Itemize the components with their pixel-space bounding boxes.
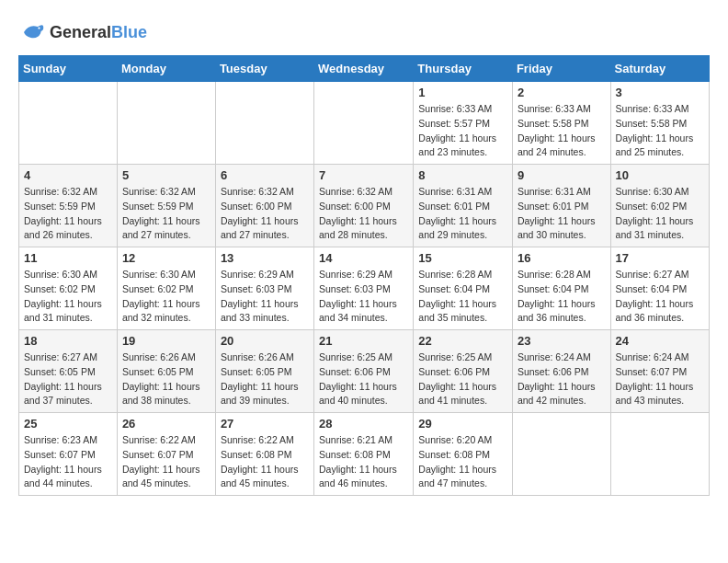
- day-number: 6: [221, 168, 309, 182]
- calendar-cell: 12Sunrise: 6:30 AMSunset: 6:02 PMDayligh…: [117, 247, 215, 330]
- day-info: Sunrise: 6:33 AMSunset: 5:58 PMDaylight:…: [616, 102, 704, 160]
- day-number: 13: [221, 251, 309, 265]
- day-number: 24: [616, 334, 704, 348]
- calendar-table: SundayMondayTuesdayWednesdayThursdayFrid…: [18, 55, 710, 496]
- calendar-week-row: 1Sunrise: 6:33 AMSunset: 5:57 PMDaylight…: [19, 82, 710, 165]
- day-number: 27: [221, 417, 309, 431]
- day-info: Sunrise: 6:23 AMSunset: 6:07 PMDaylight:…: [24, 433, 112, 491]
- calendar-cell: 27Sunrise: 6:22 AMSunset: 6:08 PMDayligh…: [215, 413, 313, 496]
- day-info: Sunrise: 6:26 AMSunset: 6:05 PMDaylight:…: [221, 350, 309, 408]
- day-number: 12: [122, 251, 210, 265]
- day-number: 3: [616, 86, 704, 99]
- day-info: Sunrise: 6:30 AMSunset: 6:02 PMDaylight:…: [24, 268, 112, 326]
- day-number: 4: [24, 168, 112, 182]
- day-info: Sunrise: 6:30 AMSunset: 6:02 PMDaylight:…: [616, 185, 704, 243]
- day-number: 8: [418, 168, 507, 182]
- calendar-cell: 1Sunrise: 6:33 AMSunset: 5:57 PMDaylight…: [414, 82, 513, 165]
- calendar-week-row: 4Sunrise: 6:32 AMSunset: 5:59 PMDaylight…: [19, 165, 710, 247]
- calendar-cell: [512, 413, 610, 496]
- calendar-cell: 19Sunrise: 6:26 AMSunset: 6:05 PMDayligh…: [117, 330, 215, 413]
- calendar-cell: 26Sunrise: 6:22 AMSunset: 6:07 PMDayligh…: [117, 413, 215, 496]
- day-number: 29: [418, 417, 507, 431]
- calendar-cell: 24Sunrise: 6:24 AMSunset: 6:07 PMDayligh…: [610, 330, 709, 413]
- calendar-cell: 21Sunrise: 6:25 AMSunset: 6:06 PMDayligh…: [314, 330, 414, 413]
- weekday-header: Friday: [512, 56, 610, 82]
- day-info: Sunrise: 6:28 AMSunset: 6:04 PMDaylight:…: [518, 268, 606, 326]
- day-info: Sunrise: 6:31 AMSunset: 6:01 PMDaylight:…: [518, 185, 606, 243]
- calendar-cell: 17Sunrise: 6:27 AMSunset: 6:04 PMDayligh…: [610, 247, 709, 330]
- calendar-cell: 15Sunrise: 6:28 AMSunset: 6:04 PMDayligh…: [414, 247, 513, 330]
- day-info: Sunrise: 6:24 AMSunset: 6:06 PMDaylight:…: [518, 350, 606, 408]
- weekday-header-row: SundayMondayTuesdayWednesdayThursdayFrid…: [19, 56, 710, 82]
- weekday-header: Monday: [117, 56, 215, 82]
- day-number: 7: [319, 168, 408, 182]
- calendar-cell: [19, 82, 118, 165]
- weekday-header: Sunday: [19, 56, 118, 82]
- day-info: Sunrise: 6:33 AMSunset: 5:58 PMDaylight:…: [518, 102, 606, 160]
- weekday-header: Wednesday: [314, 56, 414, 82]
- calendar-cell: 18Sunrise: 6:27 AMSunset: 6:05 PMDayligh…: [19, 330, 118, 413]
- calendar-cell: 5Sunrise: 6:32 AMSunset: 5:59 PMDaylight…: [117, 165, 215, 247]
- day-info: Sunrise: 6:28 AMSunset: 6:04 PMDaylight:…: [418, 268, 507, 326]
- day-number: 11: [24, 251, 112, 265]
- day-number: 16: [518, 251, 606, 265]
- logo: GeneralBlue: [18, 18, 147, 46]
- calendar-cell: [610, 413, 709, 496]
- calendar-cell: 4Sunrise: 6:32 AMSunset: 5:59 PMDaylight…: [19, 165, 118, 247]
- day-number: 28: [319, 417, 408, 431]
- calendar-cell: [117, 82, 215, 165]
- calendar-cell: 28Sunrise: 6:21 AMSunset: 6:08 PMDayligh…: [314, 413, 414, 496]
- day-info: Sunrise: 6:31 AMSunset: 6:01 PMDaylight:…: [418, 185, 507, 243]
- day-info: Sunrise: 6:32 AMSunset: 5:59 PMDaylight:…: [122, 185, 210, 243]
- svg-point-0: [38, 27, 40, 29]
- logo-icon: [18, 18, 46, 46]
- day-info: Sunrise: 6:24 AMSunset: 6:07 PMDaylight:…: [616, 350, 704, 408]
- calendar-cell: 22Sunrise: 6:25 AMSunset: 6:06 PMDayligh…: [414, 330, 513, 413]
- calendar-cell: 2Sunrise: 6:33 AMSunset: 5:58 PMDaylight…: [512, 82, 610, 165]
- day-number: 20: [221, 334, 309, 348]
- day-info: Sunrise: 6:25 AMSunset: 6:06 PMDaylight:…: [418, 350, 507, 408]
- day-info: Sunrise: 6:33 AMSunset: 5:57 PMDaylight:…: [418, 102, 507, 160]
- day-number: 19: [122, 334, 210, 348]
- calendar-cell: 23Sunrise: 6:24 AMSunset: 6:06 PMDayligh…: [512, 330, 610, 413]
- calendar-cell: [215, 82, 313, 165]
- day-info: Sunrise: 6:30 AMSunset: 6:02 PMDaylight:…: [122, 268, 210, 326]
- day-number: 17: [616, 251, 704, 265]
- calendar-cell: 6Sunrise: 6:32 AMSunset: 6:00 PMDaylight…: [215, 165, 313, 247]
- calendar-cell: 8Sunrise: 6:31 AMSunset: 6:01 PMDaylight…: [414, 165, 513, 247]
- day-info: Sunrise: 6:32 AMSunset: 5:59 PMDaylight:…: [24, 185, 112, 243]
- day-number: 23: [518, 334, 606, 348]
- day-info: Sunrise: 6:32 AMSunset: 6:00 PMDaylight:…: [319, 185, 408, 243]
- calendar-cell: 10Sunrise: 6:30 AMSunset: 6:02 PMDayligh…: [610, 165, 709, 247]
- day-number: 18: [24, 334, 112, 348]
- day-number: 10: [616, 168, 704, 182]
- calendar-week-row: 11Sunrise: 6:30 AMSunset: 6:02 PMDayligh…: [19, 247, 710, 330]
- day-number: 22: [418, 334, 507, 348]
- calendar-cell: 14Sunrise: 6:29 AMSunset: 6:03 PMDayligh…: [314, 247, 414, 330]
- day-number: 15: [418, 251, 507, 265]
- day-info: Sunrise: 6:21 AMSunset: 6:08 PMDaylight:…: [319, 433, 408, 491]
- day-info: Sunrise: 6:29 AMSunset: 6:03 PMDaylight:…: [221, 268, 309, 326]
- day-number: 9: [518, 168, 606, 182]
- weekday-header: Saturday: [610, 56, 709, 82]
- calendar-week-row: 25Sunrise: 6:23 AMSunset: 6:07 PMDayligh…: [19, 413, 710, 496]
- logo-text: GeneralBlue: [50, 23, 147, 42]
- day-number: 26: [122, 417, 210, 431]
- day-number: 1: [418, 86, 507, 99]
- day-info: Sunrise: 6:26 AMSunset: 6:05 PMDaylight:…: [122, 350, 210, 408]
- calendar-week-row: 18Sunrise: 6:27 AMSunset: 6:05 PMDayligh…: [19, 330, 710, 413]
- weekday-header: Thursday: [414, 56, 513, 82]
- day-info: Sunrise: 6:27 AMSunset: 6:05 PMDaylight:…: [24, 350, 112, 408]
- calendar-cell: 13Sunrise: 6:29 AMSunset: 6:03 PMDayligh…: [215, 247, 313, 330]
- day-number: 25: [24, 417, 112, 431]
- day-number: 21: [319, 334, 408, 348]
- calendar-cell: [314, 82, 414, 165]
- day-info: Sunrise: 6:25 AMSunset: 6:06 PMDaylight:…: [319, 350, 408, 408]
- day-info: Sunrise: 6:22 AMSunset: 6:07 PMDaylight:…: [122, 433, 210, 491]
- calendar-cell: 3Sunrise: 6:33 AMSunset: 5:58 PMDaylight…: [610, 82, 709, 165]
- calendar-cell: 7Sunrise: 6:32 AMSunset: 6:00 PMDaylight…: [314, 165, 414, 247]
- day-info: Sunrise: 6:22 AMSunset: 6:08 PMDaylight:…: [221, 433, 309, 491]
- day-number: 5: [122, 168, 210, 182]
- day-info: Sunrise: 6:32 AMSunset: 6:00 PMDaylight:…: [221, 185, 309, 243]
- day-info: Sunrise: 6:29 AMSunset: 6:03 PMDaylight:…: [319, 268, 408, 326]
